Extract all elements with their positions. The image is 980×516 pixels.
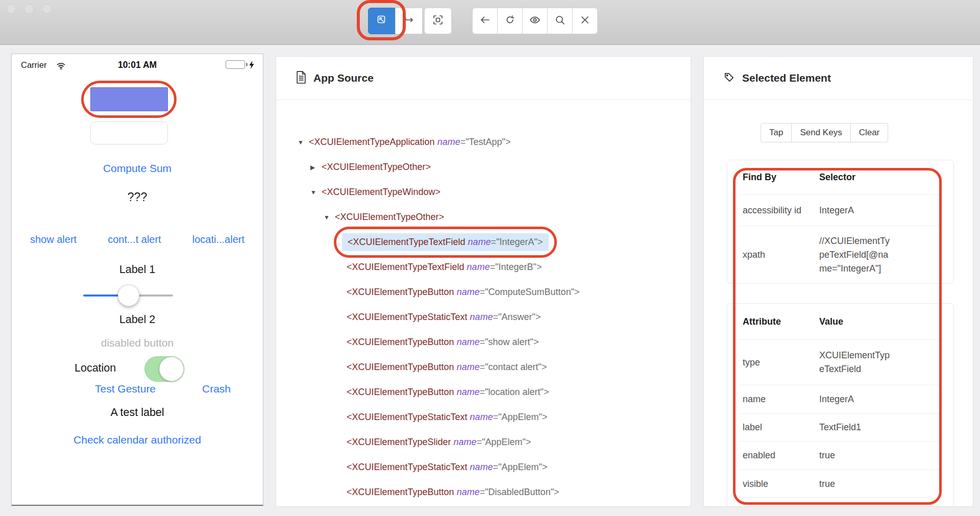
integer-b-textfield[interactable] — [90, 121, 168, 144]
answer-label[interactable]: ??? — [12, 190, 263, 204]
alert-links-row: show alert cont...t alert locati...alert — [30, 234, 244, 245]
tree-row[interactable]: <XCUIElementTypeButtonname="DisabledButt… — [276, 480, 691, 505]
table-row: name IntegerA — [727, 385, 953, 413]
find-by-table: Find By Selector accessibility id Intege… — [727, 160, 954, 284]
caret-icon[interactable]: ▶ — [310, 164, 322, 171]
caret-icon[interactable]: ▼ — [310, 189, 322, 196]
swipe-by-coordinates-icon — [403, 14, 415, 28]
location-alert-button[interactable]: locati...alert — [192, 234, 244, 245]
show-alert-button[interactable]: show alert — [30, 234, 77, 245]
tree-row[interactable]: <XCUIElementTypeButtonname="location ale… — [276, 380, 691, 405]
search-icon — [554, 14, 566, 28]
table-row: visible true — [727, 470, 953, 498]
app-source-panel: App Source ▼ <XCUIElementTypeApplication… — [276, 56, 691, 507]
window-zoom-button[interactable] — [42, 4, 52, 14]
app-source-title: App Source — [313, 72, 374, 84]
quit-session-button[interactable] — [572, 8, 598, 34]
back-button[interactable] — [472, 8, 498, 34]
caret-icon[interactable]: ▼ — [298, 139, 309, 146]
tap-by-coordinates-icon — [432, 14, 444, 28]
test-gesture-button[interactable]: Test Gesture — [95, 383, 156, 395]
location-toggle[interactable] — [144, 356, 184, 382]
window-close-button[interactable] — [6, 4, 16, 14]
table-row: type XCUIElementTypeTextField — [727, 340, 953, 385]
toolbar-mode-group — [368, 8, 452, 34]
tree-row[interactable]: <XCUIElementTypeButtonname="ComputeSumBu… — [276, 280, 691, 305]
compute-sum-button[interactable]: Compute Sum — [12, 162, 263, 175]
table-row: accessibility id IntegerA — [727, 195, 953, 226]
contact-alert-button[interactable]: cont...t alert — [108, 234, 161, 245]
disabled-button: disabled button — [12, 337, 263, 349]
table-row-clipped — [727, 498, 953, 507]
titlebar — [0, 0, 980, 45]
tree-row-selected[interactable]: <XCUIElementTypeTextFieldname="IntegerA"… — [276, 230, 691, 255]
toolbar-action-group — [472, 8, 598, 34]
refresh-button[interactable] — [497, 8, 523, 34]
appium-inspector-window: Carrier 10:01 AM Compute Sum ??? show al… — [0, 0, 980, 516]
battery-indicator — [226, 60, 255, 69]
table-row: label TextField1 — [727, 414, 953, 441]
selected-element-title: Selected Element — [742, 72, 831, 84]
eye-icon — [529, 14, 541, 28]
app-source-header: App Source — [276, 57, 691, 100]
selected-tree-node[interactable]: <XCUIElementTypeTextFieldname="IntegerA"… — [342, 233, 549, 251]
tree-row[interactable]: <XCUIElementTypeStaticTextname="AppElem"… — [276, 455, 691, 480]
label-2[interactable]: Label 2 — [12, 313, 263, 326]
test-label[interactable]: A test label — [12, 406, 263, 419]
attributes-header-row: Attribute Value — [727, 304, 953, 339]
back-icon — [479, 14, 491, 28]
location-label[interactable]: Location — [75, 362, 116, 375]
integer-a-textfield-highlighted[interactable] — [90, 87, 168, 111]
tree-row[interactable]: ▶ <XCUIElementTypeOther> — [276, 155, 691, 180]
charging-bolt-icon — [249, 61, 255, 69]
attributes-table: Attribute Value type XCUIElementTypeText… — [727, 303, 954, 507]
selected-element-panel: Selected Element Tap Send Keys Clear Fin… — [703, 56, 973, 507]
clear-button[interactable]: Clear — [850, 123, 889, 142]
crash-button[interactable]: Crash — [202, 383, 231, 395]
selected-element-header: Selected Element — [704, 57, 973, 100]
tag-icon — [723, 71, 735, 85]
table-row: enabled true — [727, 441, 953, 470]
slider-knob[interactable] — [118, 285, 139, 306]
battery-icon — [226, 60, 245, 69]
search-button[interactable] — [547, 8, 573, 34]
select-element-icon — [376, 14, 388, 28]
find-by-header-row: Find By Selector — [727, 160, 953, 194]
select-element-button[interactable] — [368, 8, 396, 34]
tap-button[interactable]: Tap — [761, 123, 792, 142]
tree-row[interactable]: <XCUIElementTypeStaticTextname="AppElem"… — [276, 405, 691, 430]
tree-row[interactable]: ▼ <XCUIElementTypeApplicationname="TestA… — [276, 130, 691, 155]
send-keys-button[interactable]: Send Keys — [791, 123, 850, 142]
document-icon — [296, 71, 306, 86]
check-calendar-button[interactable]: Check calendar authorized — [12, 434, 263, 446]
device-screenshot-panel: Carrier 10:01 AM Compute Sum ??? show al… — [11, 54, 263, 506]
table-row: xpath //XCUIElementTypeTextField[@name="… — [727, 226, 953, 284]
tap-by-coordinates-button[interactable] — [424, 8, 452, 34]
slider-track-filled[interactable] — [83, 294, 120, 297]
tree-row[interactable]: <XCUIElementTypeTextFieldname="IntegerB"… — [276, 255, 691, 280]
toggle-highlight-button[interactable] — [522, 8, 548, 34]
tree-row[interactable]: <XCUIElementTypeStaticTextname="Answer"> — [276, 305, 691, 330]
tree-row[interactable]: ▼ <XCUIElementTypeWindow> — [276, 180, 691, 205]
tree-row[interactable]: ▼ <XCUIElementTypeOther> — [276, 205, 691, 230]
tree-row[interactable]: <XCUIElementTypeSlidername="AppElem"> — [276, 430, 691, 455]
refresh-icon — [504, 14, 516, 28]
source-tree: ▼ <XCUIElementTypeApplicationname="TestA… — [276, 100, 691, 505]
caret-icon[interactable]: ▼ — [324, 214, 335, 221]
toggle-knob — [159, 357, 184, 381]
tree-row[interactable]: <XCUIElementTypeButtonname="show alert"> — [276, 330, 691, 355]
window-minimize-button[interactable] — [24, 4, 34, 14]
element-actions-group: Tap Send Keys Clear — [761, 123, 973, 142]
tree-row[interactable]: <XCUIElementTypeButtonname="contact aler… — [276, 355, 691, 380]
label-1[interactable]: Label 1 — [12, 263, 263, 276]
swipe-by-coordinates-button[interactable] — [395, 8, 423, 34]
close-icon — [579, 14, 591, 28]
